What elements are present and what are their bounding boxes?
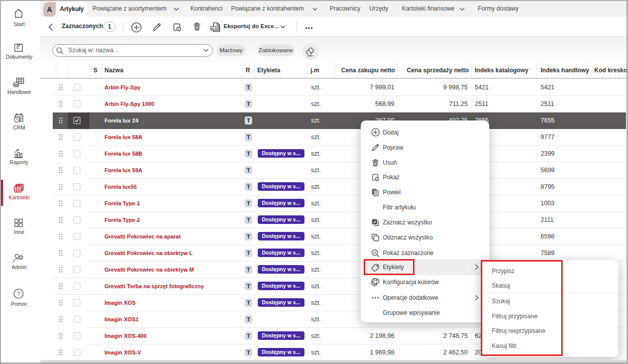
- svg-text:?: ?: [17, 291, 20, 297]
- svg-text:XLSX: XLSX: [211, 27, 219, 30]
